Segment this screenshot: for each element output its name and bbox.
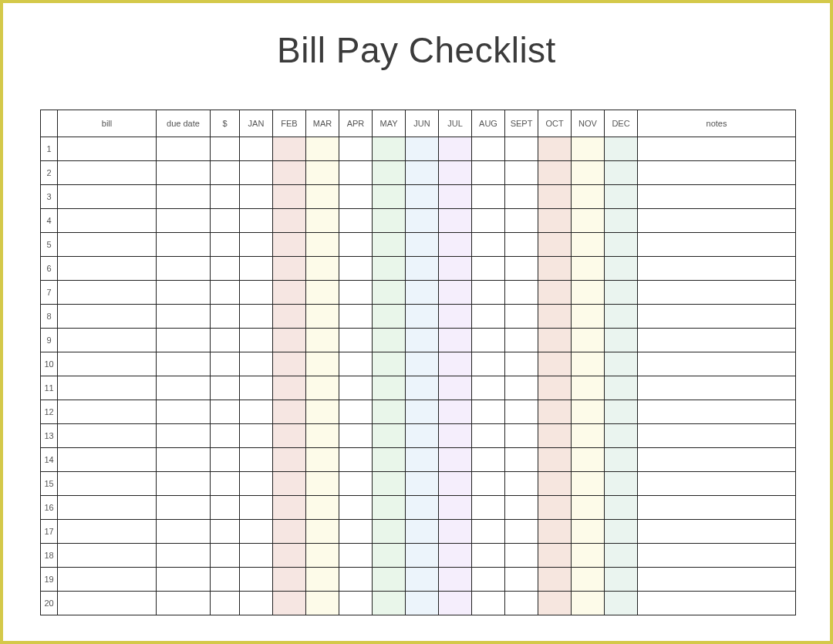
cell-month[interactable] xyxy=(572,520,605,544)
cell-month[interactable] xyxy=(505,376,538,400)
cell-month[interactable] xyxy=(472,352,505,376)
cell-bill[interactable] xyxy=(58,592,157,615)
cell-month[interactable] xyxy=(605,568,638,592)
cell-due-date[interactable] xyxy=(157,209,211,233)
cell-month[interactable] xyxy=(572,305,605,329)
cell-month[interactable] xyxy=(472,400,505,424)
cell-month[interactable] xyxy=(605,472,638,496)
cell-month[interactable] xyxy=(240,592,273,615)
cell-month[interactable] xyxy=(605,185,638,209)
cell-month[interactable] xyxy=(406,520,439,544)
cell-month[interactable] xyxy=(339,496,373,520)
cell-amount[interactable] xyxy=(211,137,240,161)
cell-amount[interactable] xyxy=(211,257,240,281)
cell-month[interactable] xyxy=(572,233,605,257)
cell-bill[interactable] xyxy=(58,161,157,185)
cell-month[interactable] xyxy=(306,448,339,472)
cell-month[interactable] xyxy=(505,352,538,376)
cell-month[interactable] xyxy=(439,257,472,281)
cell-month[interactable] xyxy=(538,520,572,544)
cell-month[interactable] xyxy=(605,329,638,352)
cell-month[interactable] xyxy=(439,424,472,448)
cell-month[interactable] xyxy=(306,376,339,400)
cell-month[interactable] xyxy=(472,496,505,520)
cell-notes[interactable] xyxy=(638,544,796,568)
cell-notes[interactable] xyxy=(638,424,796,448)
cell-month[interactable] xyxy=(339,233,373,257)
cell-month[interactable] xyxy=(472,448,505,472)
cell-month[interactable] xyxy=(505,185,538,209)
cell-amount[interactable] xyxy=(211,496,240,520)
cell-month[interactable] xyxy=(373,185,406,209)
cell-month[interactable] xyxy=(406,137,439,161)
cell-due-date[interactable] xyxy=(157,472,211,496)
cell-notes[interactable] xyxy=(638,329,796,352)
cell-notes[interactable] xyxy=(638,592,796,615)
cell-month[interactable] xyxy=(439,496,472,520)
cell-month[interactable] xyxy=(505,520,538,544)
cell-month[interactable] xyxy=(240,281,273,305)
cell-month[interactable] xyxy=(306,233,339,257)
cell-amount[interactable] xyxy=(211,233,240,257)
cell-bill[interactable] xyxy=(58,448,157,472)
cell-month[interactable] xyxy=(306,400,339,424)
cell-month[interactable] xyxy=(439,376,472,400)
cell-month[interactable] xyxy=(339,161,373,185)
cell-month[interactable] xyxy=(373,305,406,329)
cell-month[interactable] xyxy=(439,185,472,209)
cell-bill[interactable] xyxy=(58,520,157,544)
cell-month[interactable] xyxy=(406,257,439,281)
cell-month[interactable] xyxy=(439,352,472,376)
cell-amount[interactable] xyxy=(211,281,240,305)
cell-due-date[interactable] xyxy=(157,281,211,305)
cell-month[interactable] xyxy=(406,568,439,592)
cell-month[interactable] xyxy=(605,544,638,568)
cell-month[interactable] xyxy=(373,137,406,161)
cell-due-date[interactable] xyxy=(157,233,211,257)
cell-amount[interactable] xyxy=(211,520,240,544)
cell-month[interactable] xyxy=(240,424,273,448)
cell-month[interactable] xyxy=(373,161,406,185)
cell-month[interactable] xyxy=(373,233,406,257)
cell-amount[interactable] xyxy=(211,376,240,400)
cell-month[interactable] xyxy=(306,137,339,161)
cell-month[interactable] xyxy=(339,592,373,615)
cell-month[interactable] xyxy=(273,400,306,424)
cell-month[interactable] xyxy=(572,329,605,352)
cell-month[interactable] xyxy=(605,400,638,424)
cell-month[interactable] xyxy=(605,424,638,448)
cell-month[interactable] xyxy=(406,233,439,257)
cell-month[interactable] xyxy=(538,209,572,233)
cell-month[interactable] xyxy=(505,400,538,424)
cell-month[interactable] xyxy=(373,329,406,352)
cell-month[interactable] xyxy=(572,161,605,185)
cell-month[interactable] xyxy=(406,161,439,185)
cell-month[interactable] xyxy=(273,376,306,400)
cell-month[interactable] xyxy=(306,496,339,520)
cell-bill[interactable] xyxy=(58,352,157,376)
cell-month[interactable] xyxy=(572,209,605,233)
cell-month[interactable] xyxy=(306,281,339,305)
cell-month[interactable] xyxy=(605,520,638,544)
cell-month[interactable] xyxy=(439,520,472,544)
cell-bill[interactable] xyxy=(58,305,157,329)
cell-bill[interactable] xyxy=(58,257,157,281)
cell-month[interactable] xyxy=(572,137,605,161)
cell-month[interactable] xyxy=(273,329,306,352)
cell-month[interactable] xyxy=(572,185,605,209)
cell-month[interactable] xyxy=(538,233,572,257)
cell-month[interactable] xyxy=(472,137,505,161)
cell-month[interactable] xyxy=(472,185,505,209)
cell-amount[interactable] xyxy=(211,352,240,376)
cell-month[interactable] xyxy=(306,424,339,448)
cell-month[interactable] xyxy=(605,161,638,185)
cell-month[interactable] xyxy=(306,472,339,496)
cell-month[interactable] xyxy=(572,592,605,615)
cell-month[interactable] xyxy=(472,568,505,592)
cell-month[interactable] xyxy=(240,329,273,352)
cell-bill[interactable] xyxy=(58,376,157,400)
cell-bill[interactable] xyxy=(58,472,157,496)
cell-month[interactable] xyxy=(538,305,572,329)
cell-month[interactable] xyxy=(439,448,472,472)
cell-month[interactable] xyxy=(472,424,505,448)
